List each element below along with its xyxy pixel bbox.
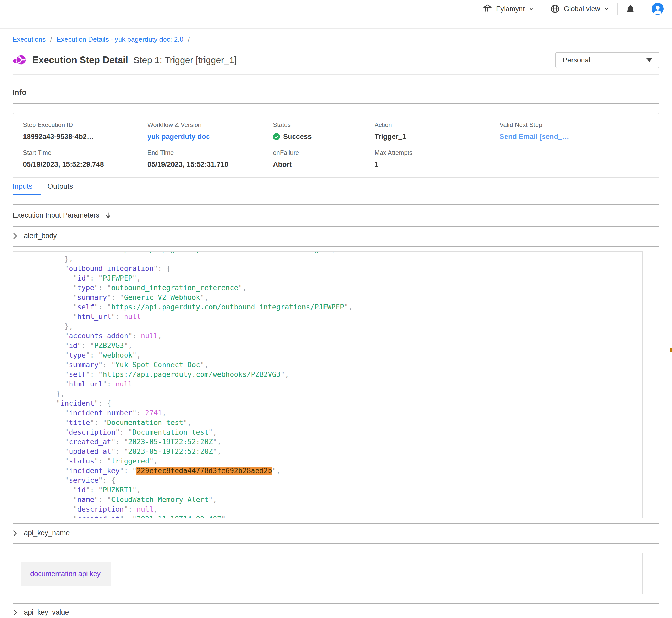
info-row-2: Start Time 05/19/2023, 15:52:29.748 End … xyxy=(23,149,649,169)
institution-menu[interactable]: Fylamynt xyxy=(483,4,534,14)
code-token: " xyxy=(31,515,77,518)
code-token: ", xyxy=(124,341,133,349)
param-row-alert-body[interactable]: alert_body xyxy=(12,227,660,247)
code-token: ": " xyxy=(94,457,111,465)
code-token: ", xyxy=(238,284,247,292)
field-max-attempts: Max Attempts 1 xyxy=(374,149,500,169)
tab-inputs[interactable]: Inputs xyxy=(12,182,34,195)
code-token: ": xyxy=(124,505,137,513)
top-bar-divider xyxy=(617,3,618,15)
code-token: self xyxy=(77,303,94,311)
scope-select-value: Personal xyxy=(563,56,647,64)
code-line: "name": "CloudWatch-Memory-Alert", xyxy=(31,495,642,504)
code-line: "self": "https://api.pagerduty.com/outbo… xyxy=(31,302,642,312)
code-token: ", xyxy=(200,293,208,301)
code-token: , xyxy=(153,505,158,513)
tab-outputs[interactable]: Outputs xyxy=(48,182,75,195)
code-token: ": xyxy=(132,409,145,417)
code-token: ": { xyxy=(153,265,170,273)
code-token: ", xyxy=(213,438,222,446)
param-row-api-key-name[interactable]: api_key_name xyxy=(12,524,660,544)
code-token: ": " xyxy=(86,351,103,359)
code-line: "description": null, xyxy=(31,504,642,514)
code-token: null xyxy=(137,505,153,513)
field-action: Action Trigger_1 xyxy=(374,121,500,141)
code-token: ", xyxy=(208,428,217,436)
breadcrumb-execution-details[interactable]: Execution Details - yuk pagerduty doc: 2… xyxy=(57,35,183,43)
code-token: " xyxy=(31,438,69,446)
code-token: Yuk Spot Connect Doc xyxy=(115,360,200,369)
code-token: ", xyxy=(327,251,336,253)
code-content: "self": "https://api.pagerduty.com/webho… xyxy=(13,251,642,518)
code-token: ": " xyxy=(115,428,132,436)
breadcrumb: Executions / Execution Details - yuk pag… xyxy=(12,35,660,43)
code-token: 2023-05-19T22:52:20Z xyxy=(128,447,213,455)
code-token: ": " xyxy=(119,515,137,518)
code-token: ": " xyxy=(94,284,111,292)
breadcrumb-separator: / xyxy=(50,35,52,43)
code-token: ", xyxy=(200,360,208,369)
code-token: ", xyxy=(208,496,217,504)
code-line: }, xyxy=(31,389,642,398)
code-token: null xyxy=(141,332,158,340)
param-row-api-key-value[interactable]: api_key_value xyxy=(12,604,660,618)
field-value: 1 xyxy=(374,161,500,169)
code-token: created_at xyxy=(77,515,120,518)
field-start-time: Start Time 05/19/2023, 15:52:29.748 xyxy=(23,149,148,169)
next-step-link[interactable]: Send Email [send_… xyxy=(500,133,569,141)
arrow-down-icon[interactable] xyxy=(105,212,111,219)
field-label: Valid Next Step xyxy=(500,121,649,128)
code-token: incident_number xyxy=(69,409,132,417)
code-line: "created_at": "2023-05-19T22:52:20Z", xyxy=(31,437,642,446)
page-title: Execution Step Detail xyxy=(32,55,128,66)
chevron-right-icon xyxy=(12,609,18,616)
code-token: outbound_integration xyxy=(69,265,153,273)
field-label: Workflow & Version xyxy=(148,121,273,128)
bell-icon[interactable] xyxy=(625,4,635,13)
code-line: "self": "https://api.pagerduty.com/webho… xyxy=(31,370,642,379)
code-line: "service": { xyxy=(31,476,642,485)
code-line: "incident": { xyxy=(31,398,642,408)
code-token: ", xyxy=(132,486,141,494)
avatar-icon[interactable] xyxy=(652,3,664,15)
chevron-right-icon xyxy=(12,232,18,240)
code-token: id xyxy=(77,486,86,494)
code-token: PUZKRT1 xyxy=(103,486,132,494)
code-token: ", xyxy=(213,447,222,455)
code-token: null xyxy=(124,313,141,321)
field-label: Step Execution ID xyxy=(23,121,148,128)
code-token: " xyxy=(31,284,77,292)
page: Fylamynt Global view xyxy=(0,0,672,618)
workflow-link[interactable]: yuk pagerduty doc xyxy=(148,133,210,141)
status-success-icon xyxy=(273,133,280,140)
code-token: " xyxy=(31,447,69,455)
scope-select[interactable]: Personal xyxy=(555,52,660,68)
globe-icon xyxy=(550,4,560,14)
code-token: " xyxy=(31,380,69,388)
field-label: onFailure xyxy=(273,149,374,157)
institution-label: Fylamynt xyxy=(496,5,525,13)
global-view-menu[interactable]: Global view xyxy=(550,4,609,14)
page-subtitle: Step 1: Trigger [trigger_1] xyxy=(133,55,237,65)
info-heading-divider xyxy=(12,103,660,104)
field-label: Start Time xyxy=(23,149,148,157)
code-token: ", xyxy=(272,467,281,475)
code-line: "type": "webhook", xyxy=(31,350,642,360)
code-token: , xyxy=(158,332,162,340)
highlighted-match: 229efec8feda44778d3fe692b28aed2b xyxy=(137,467,272,475)
top-bar: Fylamynt Global view xyxy=(0,0,672,29)
code-token: 2741 xyxy=(145,409,162,417)
info-row-1: Step Execution ID 18992a43-9538-4b2… Wor… xyxy=(23,121,649,141)
field-value: 05/19/2023, 15:52:29.748 xyxy=(23,161,148,169)
code-token: updated_at xyxy=(69,447,111,455)
code-line: "incident_number": 2741, xyxy=(31,408,642,418)
code-token: ": " xyxy=(77,341,94,349)
code-token: ": " xyxy=(111,438,128,446)
code-token: " xyxy=(31,476,69,484)
code-token: html_url xyxy=(77,313,111,321)
code-token: Documentation test xyxy=(107,418,183,426)
field-step-execution-id: Step Execution ID 18992a43-9538-4b2… xyxy=(23,121,148,141)
alert-body-code-viewer[interactable]: "self": "https://api.pagerduty.com/webho… xyxy=(12,251,643,518)
breadcrumb-executions[interactable]: Executions xyxy=(12,35,46,43)
code-token: " xyxy=(31,303,77,311)
